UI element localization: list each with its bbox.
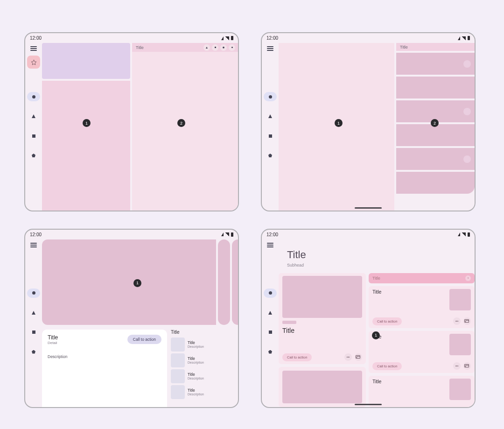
shape-icon	[231, 47, 233, 48]
nav-item-triangle[interactable]	[264, 112, 277, 121]
action-btn-2[interactable]	[212, 44, 218, 51]
list-row[interactable]	[396, 172, 475, 194]
home-indicator	[355, 207, 382, 209]
accent-header-card[interactable]: Title ›	[369, 273, 475, 283]
cta-button[interactable]: Call to action	[282, 353, 312, 361]
list-item-detail: Description	[188, 345, 204, 348]
status-icons	[221, 36, 233, 40]
action-btn-1[interactable]	[203, 44, 210, 51]
wifi-icon	[221, 36, 224, 40]
home-indicator	[355, 404, 382, 405]
battery-icon	[231, 232, 233, 237]
carousel-card-next[interactable]	[218, 239, 230, 325]
list-pane	[42, 81, 130, 211]
signal-icon	[225, 36, 229, 40]
battery-icon	[468, 36, 470, 40]
nav-item-square[interactable]	[264, 131, 277, 141]
nav-item-circle[interactable]	[27, 92, 40, 101]
list-row[interactable]	[396, 148, 475, 170]
action-btn-3[interactable]	[220, 44, 227, 51]
diagram-stage: 12:00	[0, 0, 504, 429]
more-icon	[347, 357, 350, 357]
status-icons	[458, 232, 470, 237]
accent-title: Title	[372, 276, 380, 281]
nav-item-square[interactable]	[264, 328, 277, 337]
feed-card[interactable]: Title	[369, 376, 475, 407]
menu-icon[interactable]	[267, 46, 273, 51]
status-time: 12:00	[30, 35, 42, 41]
nav-item-triangle[interactable]	[27, 308, 40, 317]
star-icon	[31, 59, 37, 65]
nav-item-circle[interactable]	[27, 288, 40, 298]
status-time: 12:00	[266, 35, 278, 41]
hero-pane	[42, 43, 130, 79]
list-item-detail: Description	[188, 361, 204, 364]
carousel-pane: 1	[42, 239, 238, 325]
card-title: Title	[372, 379, 381, 384]
cta-button[interactable]: Call to action	[372, 317, 402, 325]
nav-rail	[25, 43, 42, 211]
list-row[interactable]	[396, 124, 475, 146]
circle-icon	[32, 95, 35, 98]
circle-icon	[269, 291, 272, 295]
circle-icon	[32, 291, 35, 295]
more-icon	[455, 366, 458, 366]
feed-card[interactable]: Title Call to action	[369, 286, 475, 328]
cta-button[interactable]: Call to action	[372, 362, 402, 370]
status-bar: 12:00	[262, 230, 475, 239]
nav-item-pentagon[interactable]	[27, 347, 40, 357]
square-icon	[269, 331, 272, 334]
more-button[interactable]	[453, 362, 461, 370]
detail-card: Title Detail Call to action Description	[42, 330, 167, 407]
layers-button[interactable]	[463, 362, 471, 370]
nav-item-circle[interactable]	[264, 288, 277, 298]
layers-button[interactable]	[463, 317, 471, 325]
menu-icon[interactable]	[267, 243, 273, 247]
list-row[interactable]	[396, 53, 475, 75]
list-item[interactable]: TitleDescription	[171, 369, 238, 383]
device-frame-1: 12:00	[24, 32, 239, 211]
avatar-icon	[463, 155, 471, 163]
list-item[interactable]: TitleDescription	[171, 353, 238, 367]
menu-icon[interactable]	[30, 46, 37, 51]
feed-card[interactable]: Title Call to action	[279, 273, 366, 364]
status-time: 12:00	[30, 232, 42, 237]
list-row[interactable]	[396, 77, 475, 98]
more-button[interactable]	[344, 353, 352, 361]
list-item[interactable]: TitleDescription	[171, 385, 238, 399]
nav-item-triangle[interactable]	[264, 308, 277, 317]
layers-button[interactable]	[355, 353, 362, 361]
list-item-title: Title	[188, 340, 204, 345]
menu-icon[interactable]	[30, 243, 37, 247]
nav-item-square[interactable]	[27, 131, 40, 141]
thumbnail	[171, 338, 185, 352]
signal-icon	[462, 232, 466, 236]
status-time: 12:00	[266, 232, 278, 237]
feed-card[interactable]: Title Call to action	[369, 331, 475, 373]
feed-card[interactable]	[279, 367, 366, 407]
layers-icon	[465, 365, 469, 367]
device-frame-2: 12:00 Title	[261, 32, 476, 211]
nav-item-pentagon[interactable]	[264, 151, 277, 160]
list-item[interactable]: TitleDescription	[171, 338, 238, 352]
list-item-title: Title	[188, 372, 204, 377]
action-btn-4[interactable]	[229, 44, 235, 51]
nav-item-pentagon[interactable]	[264, 347, 277, 357]
fab-star[interactable]	[27, 56, 40, 69]
nav-item-pentagon[interactable]	[27, 151, 40, 160]
annotation-badge: 1	[372, 331, 380, 339]
carousel-card-peek[interactable]	[232, 239, 238, 325]
square-icon	[32, 331, 35, 334]
nav-item-square[interactable]	[27, 328, 40, 337]
more-button[interactable]	[453, 317, 461, 325]
card-subtitle: Detail	[48, 341, 58, 345]
thumbnail	[449, 379, 471, 400]
nav-item-triangle[interactable]	[27, 112, 40, 121]
carousel-card[interactable]	[42, 239, 216, 325]
main-pane	[279, 43, 394, 211]
cta-button[interactable]: Call to action	[127, 335, 161, 344]
more-icon	[455, 321, 458, 321]
square-icon	[32, 134, 35, 138]
nav-item-circle[interactable]	[264, 92, 277, 101]
thumbnail	[171, 353, 185, 367]
